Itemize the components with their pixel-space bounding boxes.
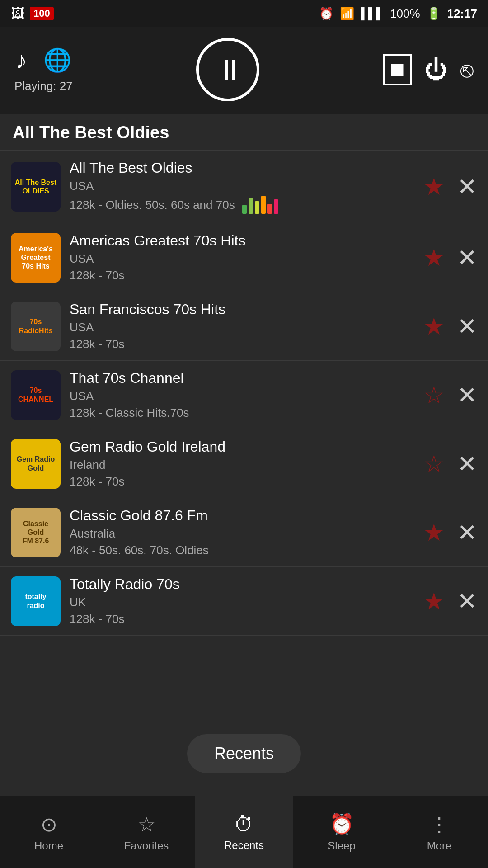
station-actions: ☆ ✕: [423, 382, 477, 409]
remove-button[interactable]: ✕: [457, 382, 477, 409]
playing-label: Playing: 27: [14, 79, 73, 93]
station-name: Totally Radio 70s: [70, 576, 409, 593]
station-item[interactable]: 70sCHANNEL That 70s Channel USA 128k - C…: [0, 361, 488, 429]
station-name: Classic Gold 87.6 Fm: [70, 507, 409, 524]
signal-icon: ▌▌▌: [361, 7, 384, 20]
remove-button[interactable]: ✕: [457, 588, 477, 615]
pause-button[interactable]: ⏸: [196, 38, 259, 101]
nav-item-home[interactable]: ⊙ Home: [0, 796, 98, 868]
nav-label-home: Home: [34, 840, 63, 852]
stop-button[interactable]: ⏹: [383, 54, 412, 85]
station-country: USA: [70, 179, 409, 193]
station-info: Gem Radio Gold Ireland Ireland 128k - 70…: [70, 439, 409, 489]
player-controls-row: ♪ 🌐 Playing: 27 ⏸ ⏹ ⏻ ⎋: [14, 38, 474, 101]
app-icon: 100: [30, 7, 54, 20]
station-name: Americas Greatest 70s Hits: [70, 232, 409, 249]
station-item[interactable]: totallyradio Totally Radio 70s UK 128k -…: [0, 567, 488, 636]
nav-item-more[interactable]: ⋮ More: [390, 796, 488, 868]
battery-icon: 🔋: [427, 7, 441, 21]
station-list: All The BestOLDIES All The Best Oldies U…: [0, 151, 488, 636]
remove-button[interactable]: ✕: [457, 313, 477, 340]
bottom-nav: ⊙ Home ☆ Favorites ⏱ Recents ⏰ Sleep ⋮ M…: [0, 796, 488, 868]
recents-tooltip: Recents: [187, 734, 301, 773]
sleep-icon: ⏰: [329, 812, 354, 836]
station-country: Australia: [70, 527, 409, 541]
music-note-icon[interactable]: ♪: [15, 47, 27, 74]
recents-icon: ⏱: [234, 813, 254, 835]
station-actions: ★ ✕: [423, 313, 477, 340]
favorites-icon: ☆: [138, 813, 155, 836]
player-left: ♪ 🌐 Playing: 27: [14, 47, 73, 93]
station-info: Classic Gold 87.6 Fm Australia 48k - 50s…: [70, 507, 409, 557]
remove-button[interactable]: ✕: [457, 450, 477, 477]
favorite-button[interactable]: ☆: [423, 382, 445, 409]
station-actions: ☆ ✕: [423, 450, 477, 477]
station-bitrate: 128k - Classic Hits.70s: [70, 406, 189, 420]
favorite-button[interactable]: ★: [423, 588, 445, 615]
nav-label-more: More: [427, 840, 452, 852]
favorite-button[interactable]: ★: [423, 519, 445, 546]
favorite-button[interactable]: ☆: [423, 450, 445, 477]
station-info: San Franciscos 70s Hits USA 128k - 70s: [70, 301, 409, 351]
favorite-button[interactable]: ★: [423, 173, 445, 200]
time-label: 12:17: [447, 7, 478, 21]
station-logo: totallyradio: [11, 576, 61, 626]
station-bitrate: 128k - 70s: [70, 337, 124, 351]
station-actions: ★ ✕: [423, 173, 477, 200]
station-logo: All The BestOLDIES: [11, 162, 61, 212]
nav-item-sleep[interactable]: ⏰ Sleep: [293, 796, 390, 868]
station-item[interactable]: America'sGreatest70s Hits Americas Great…: [0, 223, 488, 292]
station-bitrate: 128k - 70s: [70, 475, 124, 489]
equalizer: [242, 196, 278, 214]
station-details-row: 128k - 70s: [70, 269, 409, 283]
station-bitrate: 128k - 70s: [70, 269, 124, 283]
station-item[interactable]: Gem RadioGold Gem Radio Gold Ireland Ire…: [0, 429, 488, 498]
station-info: Totally Radio 70s UK 128k - 70s: [70, 576, 409, 626]
station-item[interactable]: ClassicGoldFM 87.6 Classic Gold 87.6 Fm …: [0, 498, 488, 567]
station-logo: America'sGreatest70s Hits: [11, 233, 61, 283]
station-details-row: 128k - 70s: [70, 475, 409, 489]
station-country: UK: [70, 595, 409, 609]
station-details-row: 128k - 70s: [70, 612, 409, 626]
station-actions: ★ ✕: [423, 519, 477, 546]
nav-label-recents: Recents: [224, 839, 264, 852]
station-logo: 70sCHANNEL: [11, 370, 61, 420]
station-logo: 70sRadioHits: [11, 302, 61, 351]
favorite-button[interactable]: ★: [423, 313, 445, 340]
status-right: ⏰ 📶 ▌▌▌ 100% 🔋 12:17: [319, 7, 477, 21]
station-name: That 70s Channel: [70, 370, 409, 387]
photo-icon: 🖼: [11, 6, 24, 21]
nav-label-favorites: Favorites: [124, 840, 169, 852]
station-details-row: 128k - 70s: [70, 337, 409, 351]
station-logo: Gem RadioGold: [11, 439, 61, 489]
station-country: USA: [70, 252, 409, 266]
station-bitrate: 128k - 70s: [70, 612, 124, 626]
more-icon: ⋮: [429, 813, 449, 836]
station-item[interactable]: 70sRadioHits San Franciscos 70s Hits USA…: [0, 292, 488, 361]
station-details-row: 48k - 50s. 60s. 70s. Oldies: [70, 543, 409, 557]
station-name: San Franciscos 70s Hits: [70, 301, 409, 318]
alarm-icon: ⏰: [319, 7, 333, 21]
station-name: Gem Radio Gold Ireland: [70, 439, 409, 455]
nav-item-recents[interactable]: ⏱ Recents: [195, 796, 293, 868]
share-button[interactable]: ⎋: [460, 57, 474, 82]
section-title: All The Best Oldies: [0, 114, 488, 150]
station-name: All The Best Oldies: [70, 160, 409, 176]
status-left: 🖼 100: [11, 6, 54, 21]
station-item[interactable]: All The BestOLDIES All The Best Oldies U…: [0, 151, 488, 223]
station-info: All The Best Oldies USA 128k - Oldies. 5…: [70, 160, 409, 214]
power-button[interactable]: ⏻: [424, 56, 448, 83]
pause-icon: ⏸: [216, 53, 242, 86]
favorite-button[interactable]: ★: [423, 244, 445, 271]
station-details-row: 128k - Classic Hits.70s: [70, 406, 409, 420]
remove-button[interactable]: ✕: [457, 173, 477, 200]
status-bar: 🖼 100 ⏰ 📶 ▌▌▌ 100% 🔋 12:17: [0, 0, 488, 27]
remove-button[interactable]: ✕: [457, 244, 477, 271]
station-info: That 70s Channel USA 128k - Classic Hits…: [70, 370, 409, 420]
battery-label: 100%: [390, 7, 420, 21]
nav-item-favorites[interactable]: ☆ Favorites: [98, 796, 195, 868]
station-bitrate: 48k - 50s. 60s. 70s. Oldies: [70, 543, 209, 557]
remove-button[interactable]: ✕: [457, 519, 477, 546]
player-left-icons: ♪ 🌐: [15, 47, 71, 74]
globe-icon[interactable]: 🌐: [43, 47, 71, 73]
